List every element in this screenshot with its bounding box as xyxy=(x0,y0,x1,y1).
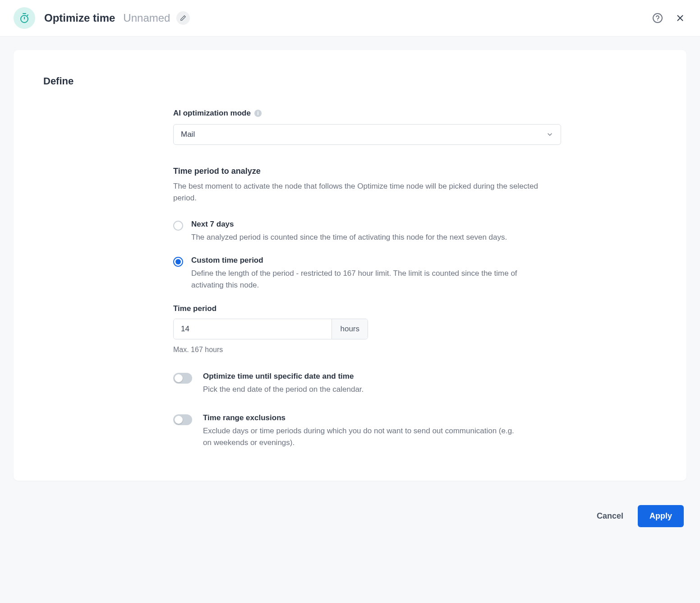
edit-name-button[interactable] xyxy=(176,11,190,25)
define-card: Define AI optimization mode i Mail Time … xyxy=(14,50,686,481)
help-button[interactable] xyxy=(651,12,664,24)
stopwatch-icon-badge xyxy=(14,7,35,29)
radio-custom-period[interactable]: Custom time period Define the length of … xyxy=(173,256,561,292)
toggle-exclusions-title: Time range exclusions xyxy=(203,413,519,422)
help-icon xyxy=(652,13,663,23)
period-group-desc: The best moment to activate the node tha… xyxy=(173,181,561,204)
time-period-input-group: hours xyxy=(173,319,368,339)
radio-next-7-days[interactable]: Next 7 days The analyzed period is count… xyxy=(173,220,561,243)
cancel-button[interactable]: Cancel xyxy=(592,506,628,526)
time-period-input[interactable] xyxy=(174,319,332,339)
time-period-unit: hours xyxy=(332,319,368,339)
svg-point-2 xyxy=(657,20,658,21)
chevron-down-icon xyxy=(546,131,553,138)
radio-next7-title: Next 7 days xyxy=(191,220,507,229)
radio-custom-desc: Define the length of the period - restri… xyxy=(191,268,534,292)
stopwatch-icon xyxy=(19,13,30,23)
apply-button[interactable]: Apply xyxy=(638,505,684,527)
toggle-exclusions[interactable] xyxy=(173,414,192,425)
toggle-until-date-desc: Pick the end date of the period on the c… xyxy=(203,384,364,395)
mode-value: Mail xyxy=(181,130,195,139)
toggle-until-date-row: Optimize time until specific date and ti… xyxy=(173,372,561,395)
close-icon xyxy=(675,13,685,23)
time-period-hint: Max. 167 hours xyxy=(173,346,561,354)
period-group-label: Time period to analyze xyxy=(173,167,561,176)
page-header: Optimize time Unnamed xyxy=(0,0,700,37)
toggle-until-date[interactable] xyxy=(173,373,192,384)
info-icon[interactable]: i xyxy=(254,110,262,117)
close-button[interactable] xyxy=(674,12,686,24)
toggle-until-date-title: Optimize time until specific date and ti… xyxy=(203,372,364,381)
mode-select[interactable]: Mail xyxy=(173,124,561,145)
section-title: Define xyxy=(43,75,657,87)
radio-custom-title: Custom time period xyxy=(191,256,534,265)
toggle-exclusions-desc: Exclude days or time periods during whic… xyxy=(203,425,519,449)
svg-point-1 xyxy=(653,14,662,23)
radio-control-custom[interactable] xyxy=(173,257,183,267)
footer-actions: Cancel Apply xyxy=(0,494,700,545)
time-period-label: Time period xyxy=(173,304,561,313)
radio-next7-desc: The analyzed period is counted since the… xyxy=(191,232,507,243)
radio-control-next-7[interactable] xyxy=(173,221,183,231)
page-title: Optimize time xyxy=(44,12,115,24)
page-subtitle: Unnamed xyxy=(123,12,170,24)
pencil-icon xyxy=(180,15,186,21)
mode-label: AI optimization mode xyxy=(173,109,251,118)
toggle-exclusions-row: Time range exclusions Exclude days or ti… xyxy=(173,413,561,449)
